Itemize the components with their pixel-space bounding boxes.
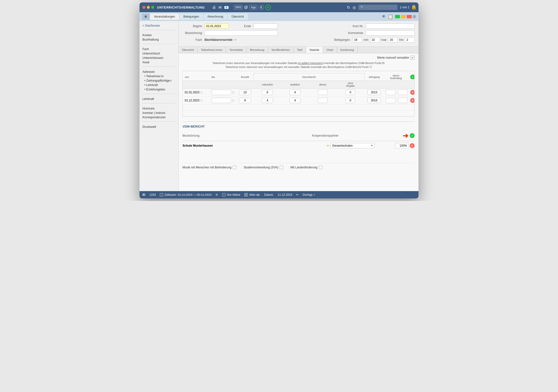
row2-foerder2-input[interactable] [398,98,408,103]
zeitraum-checkbox[interactable] [160,193,163,196]
sidebar-startfenster[interactable]: < Startfenster [142,23,175,28]
app-icon[interactable]: App [249,5,257,10]
vdm-anteil-input[interactable] [395,143,409,148]
plus-circle-icon[interactable]: + [266,5,271,10]
maximize-button[interactable] [151,6,154,9]
sidebar-unterrichtsraum[interactable]: Unterrichtsraum [142,56,175,60]
row1-von-cal-icon[interactable]: ◻ [200,91,202,94]
subtab-uebersicht[interactable]: Übersicht [179,47,198,53]
eye-icon[interactable]: 👁 [382,14,386,19]
nur-aktive-checkbox[interactable] [222,193,225,196]
row1-remove-button[interactable]: ✕ [410,90,415,95]
sidebar-zahlungspflichtige[interactable]: • Zahlungspflichtige:r [142,78,175,83]
add-row-button[interactable]: + [410,75,415,79]
row2-jahrgang-input[interactable] [367,98,381,103]
euro-icon[interactable]: € [259,5,264,10]
kurs-nr-input[interactable] [366,23,415,29]
gear-tab[interactable]: ⚙ [142,13,150,20]
belegungen-input[interactable] [352,37,362,43]
max-input[interactable] [388,37,398,43]
aktiv-ab-checkbox[interactable]: ✓ [244,193,248,196]
row1-bis-input[interactable] [212,90,231,95]
close-button[interactable] [142,6,145,9]
beginn-input[interactable] [204,23,229,29]
kommentar-input[interactable] [366,30,415,36]
subtab-tarif[interactable]: Tarif [294,47,306,53]
vdm-edit-icon[interactable]: ✏ [327,144,330,148]
sidebar-erziehungsber[interactable]: • Erziehungsber. [142,87,175,92]
refresh-icon[interactable]: ↻ [347,5,350,10]
row2-von-cal-icon[interactable]: ◻ [200,99,202,102]
musik-checkbox[interactable] [233,166,236,169]
row2-bis-cal-icon[interactable]: ◻ [232,99,234,102]
subtab-veroeffentlichen[interactable]: Veröffentlichen [268,47,294,53]
at-icon[interactable]: @ [244,5,248,10]
row2-weiblich-input[interactable] [290,98,300,103]
sidebar-fach[interactable]: Fach [142,47,175,51]
row1-jahrgang-input[interactable] [367,90,381,95]
sidebar-teilnehmer[interactable]: • Teilnehmer:in [142,74,175,78]
sidebar-konten[interactable]: Konten [142,33,175,37]
subtab-terminliste[interactable]: Terminliste [226,47,247,53]
fach-edit-icon[interactable]: ✏ [234,38,237,42]
row2-bis-input[interactable] [212,98,231,103]
subtabs: Übersicht Teilnehmer:innen Terminliste B… [179,47,418,53]
min-input[interactable] [370,37,380,43]
row1-foerder1-input[interactable] [386,90,396,95]
sidebar-areal[interactable]: Areal [142,60,175,65]
sticky-note-icon[interactable]: 📋 [388,14,393,19]
search-input[interactable] [358,5,397,10]
empty-row-1 [183,104,414,110]
sidebar-druckwahl[interactable]: Druckwahl [142,125,175,129]
sva-checkbox[interactable] [280,166,283,169]
sidebar-lehrkraft[interactable]: Lehrkraft [142,97,175,101]
person-icon[interactable]: ◎ [353,5,356,10]
minimize-button[interactable] [147,6,150,9]
tab-veranstaltungen[interactable]: Veranstaltungen [150,13,179,20]
subtab-teilnehmer[interactable]: Teilnehmer:innen [198,47,226,53]
tab-abrechnung[interactable]: Abrechnung [204,13,227,20]
sidebar-unterrichtsort[interactable]: Unterrichtsort [142,51,175,56]
row2-ohne-input[interactable] [345,98,355,103]
row2-foerder1-input[interactable] [386,98,396,103]
subtab-statistik[interactable]: Statistik [306,47,323,53]
vdm-partner-select[interactable]: Gesamtschulen [331,143,375,148]
mail-icon[interactable]: ✉ [218,5,222,10]
sidebar-inventar[interactable]: Inventar | Instrum. [142,111,175,115]
row1-foerder2-input[interactable] [398,90,408,95]
tab-belegungen[interactable]: Belegungen [180,13,203,20]
bezeichnung-input[interactable] [204,30,278,36]
row1-anzahl-input[interactable] [239,90,251,95]
row1-bis-cal-icon[interactable]: ◻ [232,91,234,94]
vdm-title: VDM-BERICHT [182,125,415,128]
vdm-remove-button[interactable]: ✕ [410,143,415,148]
row1-divers-input[interactable] [318,90,328,95]
statusbar: ID 1154 Zeitraum 01.11.2024 → 30.11.2024… [140,191,418,198]
sidebar-buchhaltung[interactable]: Buchhaltung [142,37,175,42]
sidebar-korrespondenzen[interactable]: Korrespondenzen [142,115,175,120]
vdm-add-button[interactable]: + [410,133,415,138]
subtab-kontierung[interactable]: Kontierung [337,47,358,53]
frei-input[interactable] [405,37,415,43]
mail-open-icon[interactable]: 📧 [224,5,229,10]
row1-maennlich-input[interactable] [262,90,273,95]
ende-input[interactable] [253,23,278,29]
sidebar-honorare[interactable]: Honorare [142,106,175,111]
row1-weiblich-input[interactable] [290,90,300,95]
sms-icon[interactable]: SMS [234,5,243,10]
row2-anzahl-input[interactable] [239,98,251,103]
row1-ohne-input[interactable] [345,90,355,95]
subtab-chart[interactable]: Chart [323,47,337,53]
landesfoerderung-checkbox[interactable] [319,166,322,169]
go-app-button[interactable]: Go/App ✓ [302,193,316,196]
werte-checkbox[interactable]: ✓ [411,56,415,60]
settings-gear-icon[interactable]: ⚙ [215,193,218,196]
sidebar-lehrkraft-addr[interactable]: • Lehrkraft [142,83,175,87]
printer-icon[interactable]: 🖨 [212,5,216,10]
datum-edit-icon[interactable]: ✏ [296,193,299,196]
row2-remove-button[interactable]: ✕ [410,98,415,103]
row2-divers-input[interactable] [318,98,328,103]
tab-uebersicht[interactable]: Übersicht [228,13,248,20]
subtab-bemerkung[interactable]: Bemerkung [247,47,268,53]
row2-maennlich-input[interactable] [262,98,273,103]
